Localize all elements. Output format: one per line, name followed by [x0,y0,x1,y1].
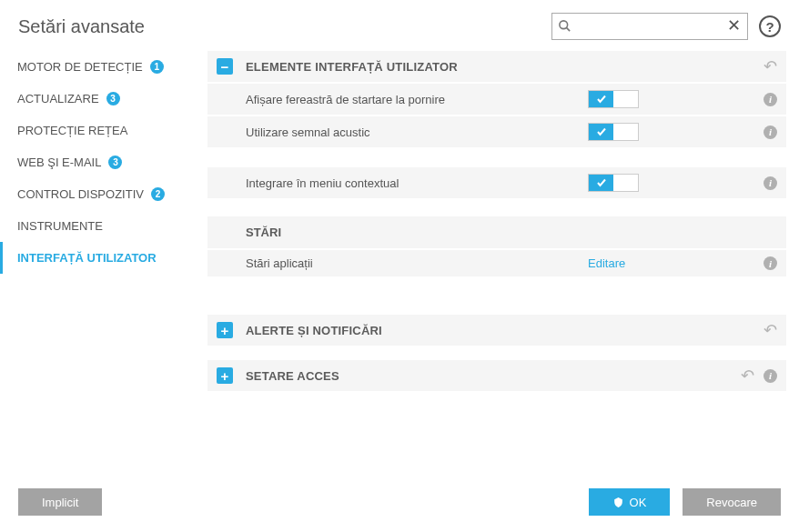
sidebar-item-label: PROTECȚIE REȚEA [17,124,127,137]
ok-button-label: OK [630,496,647,509]
search-input[interactable] [551,13,748,40]
sidebar-item-detection[interactable]: MOTOR DE DETECȚIE 1 [0,51,207,83]
sidebar-item-web-email[interactable]: WEB ŞI E-MAIL 3 [0,146,207,178]
ok-button[interactable]: OK [589,488,671,516]
info-icon[interactable]: i [764,369,777,383]
toggle-context-menu[interactable] [588,174,639,192]
section-title: ALERTE ȘI NOTIFICĂRI [246,324,764,337]
sidebar-item-update[interactable]: ACTUALIZARE 3 [0,83,207,115]
cancel-button[interactable]: Revocare [683,488,781,516]
row-app-states: Stări aplicații Editare i [207,250,786,276]
undo-icon[interactable]: ↶ [741,367,754,384]
badge: 3 [108,156,122,169]
expand-icon[interactable]: + [217,367,233,384]
default-button[interactable]: Implicit [18,488,102,516]
row-sound-signal: Utilizare semnal acustic i [207,116,786,147]
sidebar-item-tools[interactable]: INSTRUMENTE [0,210,207,242]
section-header-access[interactable]: + SETARE ACCES ↶ i [207,360,786,391]
check-icon [596,177,607,188]
sidebar-item-device-control[interactable]: CONTROL DISPOZITIV 2 [0,178,207,210]
toggle-splash[interactable] [588,90,639,108]
collapse-icon[interactable]: − [217,58,233,75]
badge: 2 [151,187,165,201]
section-title: SETARE ACCES [246,369,741,383]
main-panel: − ELEMENTE INTERFAȚĂ UTILIZATOR ↶ Afișar… [207,45,799,487]
shield-icon [612,497,624,508]
section-header-alerts[interactable]: + ALERTE ȘI NOTIFICĂRI ↶ [207,315,786,346]
row-label: Integrare în meniu contextual [246,176,588,190]
info-icon[interactable]: i [764,93,777,106]
info-icon[interactable]: i [764,176,777,190]
toggle-sound[interactable] [588,123,639,141]
sidebar-item-label: CONTROL DISPOZITIV [17,187,144,201]
sidebar-item-label: MOTOR DE DETECȚIE [17,60,143,74]
sidebar: MOTOR DE DETECȚIE 1 ACTUALIZARE 3 PROTEC… [0,45,207,487]
info-icon[interactable]: i [764,125,777,139]
subsection-states: STĂRI [207,216,786,248]
section-header-ui-elements[interactable]: − ELEMENTE INTERFAȚĂ UTILIZATOR ↶ [207,51,786,82]
subsection-title: STĂRI [246,226,281,239]
row-context-menu: Integrare în meniu contextual i [207,167,786,198]
svg-line-1 [566,27,570,31]
info-icon[interactable]: i [764,256,777,270]
undo-icon[interactable]: ↶ [764,322,777,338]
search-container: ✕ [551,13,748,40]
sidebar-item-label: INSTRUMENTE [17,219,103,233]
check-icon [596,94,607,105]
row-label: Utilizare semnal acustic [246,125,588,139]
check-icon [596,126,607,137]
edit-link[interactable]: Editare [588,256,625,270]
svg-point-0 [560,21,568,29]
row-label: Afișare fereastră de startare la pornire [246,93,588,106]
sidebar-item-label: ACTUALIZARE [17,92,99,105]
expand-icon[interactable]: + [217,322,233,338]
sidebar-item-network[interactable]: PROTECȚIE REȚEA [0,115,207,146]
badge: 3 [106,92,120,105]
row-label: Stări aplicații [246,256,588,270]
page-title: Setări avansate [18,16,551,37]
help-icon[interactable]: ? [759,15,781,37]
sidebar-item-label: WEB ŞI E-MAIL [17,156,101,169]
undo-icon[interactable]: ↶ [764,58,777,75]
search-icon [558,19,571,33]
sidebar-item-user-interface[interactable]: INTERFAȚĂ UTILIZATOR [0,242,207,274]
badge: 1 [150,60,164,74]
row-splash-screen: Afișare fereastră de startare la pornire… [207,84,786,115]
sidebar-item-label: INTERFAȚĂ UTILIZATOR [17,251,157,265]
section-title: ELEMENTE INTERFAȚĂ UTILIZATOR [246,60,764,74]
clear-icon[interactable]: ✕ [727,17,741,34]
